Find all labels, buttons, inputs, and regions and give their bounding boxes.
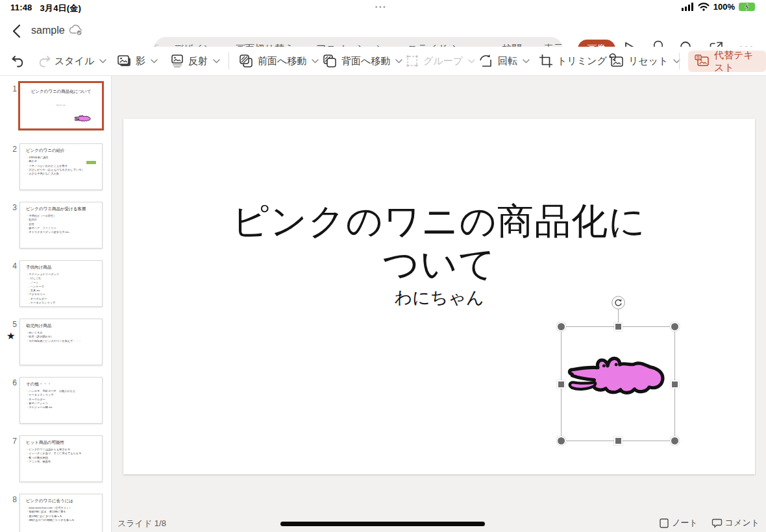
style-menu-button[interactable]: スタイル — [55, 47, 106, 75]
slide-number: 4 — [8, 261, 17, 271]
slide-counter: スライド 1/8 — [117, 518, 166, 529]
cellular-signal-icon — [682, 3, 694, 11]
toolbar-divider — [679, 53, 680, 69]
shadow-menu-button[interactable]: 影 — [117, 47, 158, 75]
thumbnail-slide-7[interactable]: ヒット商品の可能性 ・ピンクのワニは誰からも愛される ・インパクトがあり、すぐに… — [19, 435, 103, 482]
multitask-indicator-icon: ••• — [375, 4, 387, 10]
rotate-icon — [478, 54, 494, 68]
chevron-down-icon — [99, 59, 106, 64]
back-button[interactable] — [10, 23, 26, 39]
reset-picture-button[interactable]: リセット — [609, 47, 680, 75]
notes-button[interactable]: ノート — [660, 517, 698, 529]
thumbnail-slide-2[interactable]: ピンクのワニの紹介 ・1995年春に誕生 ・男の子 ・ツチノコといわれたことが有… — [19, 143, 103, 190]
resize-handle-n[interactable] — [614, 322, 623, 331]
resize-handle-ne[interactable] — [670, 322, 680, 332]
resize-handle-s[interactable] — [614, 437, 623, 445]
slide-number: 7 — [8, 437, 17, 446]
chevron-down-icon — [312, 59, 319, 64]
toolbar-divider — [229, 53, 229, 69]
reflection-menu-button[interactable]: 反射 — [170, 47, 220, 75]
crop-icon — [539, 54, 553, 68]
wifi-icon — [698, 3, 710, 11]
slide-number: 5 — [8, 320, 17, 329]
undo-button[interactable] — [10, 47, 26, 75]
image-selection-box[interactable] — [561, 326, 675, 441]
slide-number: 6 — [8, 378, 17, 387]
picture-reflection-icon — [170, 54, 184, 68]
send-backward-icon — [323, 54, 338, 68]
group-button-disabled: グループ — [405, 47, 475, 75]
chevron-down-icon — [213, 59, 220, 64]
picture-shadow-icon — [117, 54, 132, 68]
battery-percent: 100% — [713, 2, 735, 12]
cloud-sync-icon — [68, 24, 84, 38]
resize-handle-se[interactable] — [670, 436, 680, 446]
alt-text-icon — [695, 54, 710, 68]
ipad-status-bar: 11:48 3月4日(金) ••• 100% — [0, 0, 766, 16]
status-date: 3月4日(金) — [40, 3, 82, 14]
battery-charging-icon — [739, 3, 757, 11]
rotate-menu-button[interactable]: 回転 — [478, 47, 530, 75]
resize-handle-e[interactable] — [671, 380, 679, 389]
pink-crocodile-thumb — [74, 114, 92, 124]
crop-button[interactable]: トリミング — [539, 47, 607, 75]
chevron-down-icon — [468, 59, 475, 64]
green-shape — [86, 161, 96, 164]
comments-icon — [712, 518, 722, 528]
thumbnail-slide-5[interactable]: 幼児向け商品 ・ぬいぐるみ ・絵本（読み聞かせ） ・その他玩具にピンクのワニを加… — [19, 319, 103, 365]
clock: 11:48 — [10, 3, 32, 14]
thumbnail-slide-3[interactable]: ピンクのワニ商品が受ける客層 ・子供向け（〜小学生） ・乳幼児 ・女性 ・親子ペ… — [19, 202, 103, 248]
slide-number: 2 — [8, 145, 17, 154]
redo-button[interactable] — [36, 47, 52, 75]
slide-title[interactable]: ピンクのワニの商品化に ついて — [123, 200, 755, 285]
slide-subtitle[interactable]: わにちゃん — [123, 286, 755, 309]
document-title: sample — [31, 25, 65, 36]
reset-picture-icon — [609, 54, 624, 68]
slide-number: 3 — [8, 203, 17, 212]
alt-text-button[interactable]: 代替テキスト — [688, 51, 766, 72]
group-icon — [405, 54, 419, 68]
chevron-down-icon — [395, 59, 402, 64]
editing-canvas: ピンクのワニの商品化に ついて わにちゃん スライド 1/8 — [112, 76, 766, 532]
starred-slide-icon: ★ — [6, 330, 15, 342]
rotate-handle[interactable] — [612, 296, 625, 309]
resize-handle-w[interactable] — [557, 380, 565, 389]
chevron-down-icon — [151, 59, 158, 64]
bring-forward-icon — [239, 54, 254, 68]
home-indicator[interactable] — [280, 522, 485, 526]
notes-icon — [660, 518, 669, 528]
slide-thumbnail-panel: 1 ピンクのワニの商品化について わにちゃん 2 ピンクのワニの紹介 ・1995… — [0, 76, 112, 532]
app-title-bar: sample 画 デザイン 画面切り替え アニメーション スライド ショー 校閲… — [0, 16, 766, 47]
send-backward-button[interactable]: 背面へ移動 — [323, 47, 402, 75]
chevron-down-icon — [523, 59, 530, 64]
comments-button[interactable]: コメント — [712, 517, 760, 529]
thumbnail-slide-4[interactable]: 子供向け商品 ・ステーショナリーグッズ - けしごむ - ノート - ペンケース… — [19, 260, 103, 307]
resize-handle-sw[interactable] — [556, 436, 566, 446]
thumbnail-slide-8[interactable]: ピンクのワニに会うには ・www.wanichan.com（公式サイト） ・毎朝… — [19, 494, 103, 532]
thumbnail-slide-1-selected[interactable]: ピンクのワニの商品化について わにちゃん — [18, 81, 104, 130]
resize-handle-nw[interactable] — [556, 322, 566, 332]
slide-number: 8 — [8, 495, 17, 504]
thumbnail-slide-6[interactable]: その他・・・ ・ハンカチ、化粧ポーチ、小物入れなど ・ケータイストラップ ・キー… — [19, 377, 103, 424]
slide-number: 1 — [8, 84, 17, 93]
bring-forward-button[interactable]: 前面へ移動 — [239, 47, 319, 75]
picture-ribbon-toolbar: スタイル 影 反射 前面へ移動 — [0, 47, 766, 76]
